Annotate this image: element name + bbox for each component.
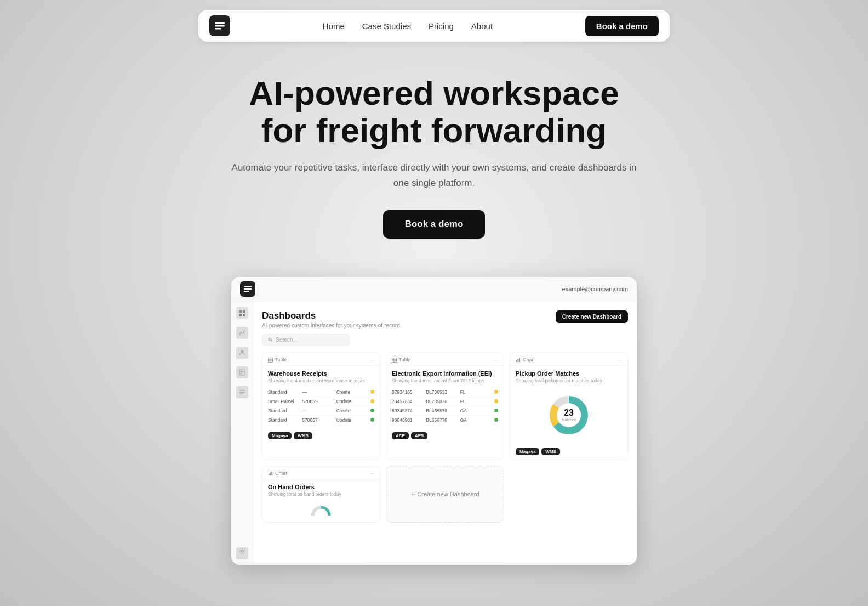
- create-dashboard-button[interactable]: Create new Dashboard: [556, 310, 628, 323]
- nav-case-studies[interactable]: Case Studies: [362, 21, 411, 31]
- navbar: Home Case Studies Pricing About Book a d…: [198, 10, 670, 42]
- bottom-partial-chart: [310, 505, 332, 517]
- card-title-bottom-1: On Hand Orders: [268, 484, 374, 490]
- nav-about[interactable]: About: [471, 21, 493, 31]
- dashboard-logo: [240, 281, 255, 297]
- navbar-book-demo-button[interactable]: Book a demo: [585, 16, 659, 36]
- svg-rect-4: [244, 288, 252, 290]
- bottom-chart-area: [268, 501, 374, 518]
- card-body-2: Electronic Export Information (EEI) Show…: [386, 366, 504, 429]
- hero-section: AI-powered workspace for freight forward…: [215, 42, 653, 255]
- svg-point-19: [239, 548, 244, 553]
- dashboard-header: Dashboards AI-powered custom interfaces …: [262, 310, 628, 329]
- eei-card: Table ··· Electronic Export Information …: [386, 352, 504, 460]
- tag-ace: ACE: [392, 432, 409, 439]
- card-tags-2: ACE AES: [386, 429, 504, 444]
- sidebar-icon-grid[interactable]: [236, 307, 248, 319]
- card-desc-bottom-1: Showing total on hand orders today: [268, 491, 374, 497]
- card-desc-2: Showing the 4 most recent Form 7512 fili…: [392, 378, 498, 383]
- svg-rect-1: [215, 25, 225, 27]
- dashboard-mockup: example@company.com: [231, 277, 637, 565]
- tag-wms-2: WMS: [541, 448, 560, 455]
- status-dot: [494, 390, 498, 394]
- status-dot: [494, 399, 498, 403]
- card-menu-bottom-1[interactable]: ···: [370, 471, 374, 477]
- svg-rect-15: [239, 390, 245, 391]
- svg-rect-17: [239, 393, 243, 394]
- logo: [209, 15, 230, 36]
- card-type-2: Table: [392, 357, 411, 363]
- svg-rect-22: [268, 358, 272, 362]
- sidebar-icon-list[interactable]: [236, 386, 248, 398]
- card-menu-1[interactable]: ···: [370, 357, 374, 363]
- empty-slot: [510, 466, 628, 523]
- create-dashboard-label: Create new Dashboard: [418, 491, 479, 497]
- svg-rect-38: [270, 472, 271, 475]
- svg-rect-30: [516, 360, 517, 362]
- svg-rect-32: [519, 358, 520, 362]
- hero-book-demo-button[interactable]: Book a demo: [383, 210, 486, 239]
- search-icon: [268, 337, 272, 342]
- card-body-bottom-1: On Hand Orders Showing total on hand ord…: [262, 479, 380, 522]
- card-type-3: Chart: [516, 357, 535, 363]
- tag-wms: WMS: [294, 432, 312, 439]
- svg-rect-8: [239, 314, 242, 316]
- sidebar-icon-settings[interactable]: [236, 547, 248, 559]
- hero-title-line1: AI-powered workspace: [249, 74, 619, 112]
- svg-rect-16: [239, 392, 245, 393]
- card-type-label-3: Chart: [523, 357, 535, 363]
- card-body-1: Warehouse Receipts Showing the 4 most re…: [262, 366, 380, 429]
- card-tags-3: Magaya WMS: [510, 445, 627, 460]
- status-dot: [370, 409, 374, 412]
- svg-rect-39: [271, 472, 272, 475]
- status-dot: [494, 409, 498, 412]
- dashboard-cards-grid: Table ··· Warehouse Receipts Showing the…: [262, 352, 628, 460]
- svg-rect-0: [215, 22, 225, 24]
- svg-rect-11: [239, 370, 245, 375]
- logo-icon: [209, 15, 230, 36]
- hero-title: AI-powered workspace for freight forward…: [226, 75, 642, 149]
- svg-rect-7: [243, 310, 245, 313]
- card-title-3: Pickup Order Matches: [516, 370, 622, 377]
- card-desc-1: Showing the 4 most recent warehouse rece…: [268, 378, 374, 383]
- card-menu-2[interactable]: ···: [494, 357, 498, 363]
- table-icon-1: [268, 358, 273, 363]
- status-dot: [494, 418, 498, 422]
- donut-number: 23: [564, 408, 574, 418]
- table-row: 89345874 BL435676 GA: [392, 406, 498, 416]
- sidebar-icon-person[interactable]: [236, 347, 248, 359]
- nav-pricing[interactable]: Pricing: [429, 21, 454, 31]
- create-dashboard-card[interactable]: + Create new Dashboard: [386, 466, 504, 523]
- svg-rect-5: [244, 291, 249, 292]
- card-title-1: Warehouse Receipts: [268, 370, 374, 377]
- svg-rect-2: [215, 28, 221, 30]
- card-body-3: Pickup Order Matches Showing total picku…: [510, 366, 627, 445]
- svg-rect-3: [244, 286, 252, 287]
- chart-icon-3: [516, 358, 521, 363]
- chart-icon-bottom: [268, 471, 273, 476]
- svg-line-21: [271, 341, 272, 342]
- tag-aes: AES: [411, 432, 427, 439]
- dashboard-email: example@company.com: [562, 286, 628, 292]
- sidebar-icon-table[interactable]: [236, 366, 248, 378]
- card-title-2: Electronic Export Information (EEI): [392, 370, 498, 377]
- card-header-3: Chart ···: [510, 353, 627, 366]
- hero-subtitle: Automate your repetitive tasks, interfac…: [226, 160, 642, 190]
- svg-point-18: [241, 550, 243, 552]
- dashboard-title-group: Dashboards AI-powered custom interfaces …: [262, 310, 402, 329]
- plus-icon: +: [410, 490, 415, 499]
- card-menu-3[interactable]: ···: [618, 357, 622, 363]
- card-type-1: Table: [268, 357, 287, 363]
- dashboard-layout: Dashboards AI-powered custom interfaces …: [231, 302, 637, 565]
- dashboard-subtitle: AI-powered custom interfaces for your sy…: [262, 322, 402, 329]
- svg-rect-9: [243, 314, 245, 316]
- svg-rect-6: [239, 310, 242, 313]
- dashboard-search[interactable]: Search...: [262, 334, 350, 346]
- donut-label: Matches: [562, 418, 576, 422]
- svg-rect-37: [269, 473, 270, 475]
- card-type-label-1: Table: [275, 357, 287, 363]
- nav-home[interactable]: Home: [323, 21, 345, 31]
- chart-area: 23 Matches: [516, 388, 622, 440]
- sidebar-icon-chart[interactable]: [236, 327, 248, 339]
- dashboard-main: Dashboards AI-powered custom interfaces …: [253, 302, 637, 565]
